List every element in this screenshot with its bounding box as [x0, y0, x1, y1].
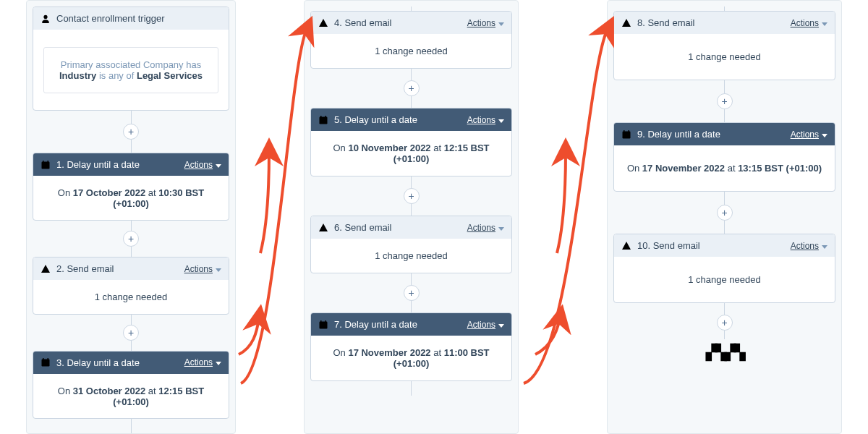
connector: + [123, 111, 139, 153]
step-4-header: 4. Send email Actions [311, 12, 511, 34]
step-9-card[interactable]: 9. Delay until a date Actions On 17 Nove… [613, 122, 835, 192]
chevron-down-icon [216, 268, 221, 272]
enrollment-criteria: Primary associated Company has Industry … [43, 47, 218, 93]
chevron-down-icon [216, 164, 221, 168]
finish-flag-icon: ▞▚▞▚ [706, 344, 744, 361]
step-1-actions[interactable]: Actions [184, 160, 221, 170]
step-6-header: 6. Send email Actions [311, 216, 511, 239]
step-4-card[interactable]: 4. Send email Actions 1 change needed [310, 11, 512, 69]
step-6-card[interactable]: 6. Send email Actions 1 change needed [310, 216, 512, 273]
connector: + [123, 221, 139, 257]
step-3-actions[interactable]: Actions [184, 357, 221, 367]
chevron-down-icon [822, 22, 827, 26]
chevron-down-icon [498, 22, 504, 26]
enrollment-trigger-body: Primary associated Company has Industry … [33, 30, 229, 111]
step-7-card[interactable]: 7. Delay until a date Actions On 17 Nove… [310, 312, 512, 381]
calendar-icon [41, 357, 51, 367]
step-7-actions[interactable]: Actions [467, 320, 504, 330]
step-2-card[interactable]: 2. Send email Actions 1 change needed [33, 257, 229, 314]
step-3-body: On 31 October 2022 at 12:15 BST (+01:00) [33, 374, 229, 419]
step-2-title: 2. Send email [56, 263, 179, 274]
step-2-body: 1 change needed [33, 280, 229, 314]
chevron-down-icon [822, 134, 827, 137]
warning-icon [621, 18, 631, 28]
step-5-body: On 10 November 2022 at 12:15 BST (+01:00… [311, 131, 511, 176]
add-step-button[interactable]: + [717, 93, 733, 109]
step-9-body: On 17 November 2022 at 13:15 BST (+01:00… [614, 145, 835, 191]
step-1-header: 1. Delay until a date Actions [33, 153, 229, 176]
step-8-body: 1 change needed [614, 34, 835, 80]
warning-icon [318, 223, 328, 233]
user-icon [41, 14, 51, 24]
add-step-button[interactable]: + [717, 205, 733, 221]
connector: + [717, 80, 733, 122]
step-9-header: 9. Delay until a date Actions [614, 123, 835, 145]
warning-icon [318, 18, 328, 28]
add-step-button[interactable]: + [717, 315, 733, 331]
step-2-actions[interactable]: Actions [184, 264, 221, 274]
criteria-line1: Primary associated Company has [51, 59, 210, 70]
add-step-button[interactable]: + [123, 325, 139, 341]
step-3-title: 3. Delay until a date [56, 357, 179, 368]
chevron-down-icon [822, 245, 827, 249]
connector: + [404, 176, 420, 216]
connector: + [123, 315, 139, 351]
step-3-card[interactable]: 3. Delay until a date Actions On 31 Octo… [33, 351, 229, 419]
add-step-button[interactable]: + [123, 124, 139, 140]
step-6-actions[interactable]: Actions [467, 223, 504, 233]
chevron-down-icon [498, 324, 504, 328]
step-10-card[interactable]: 10. Send email Actions 1 change needed [613, 234, 835, 303]
step-7-header: 7. Delay until a date Actions [311, 313, 511, 336]
step-3-header: 3. Delay until a date Actions [33, 352, 229, 374]
step-5-card[interactable]: 5. Delay until a date Actions On 10 Nove… [310, 108, 512, 176]
step-10-title: 10. Send email [637, 240, 785, 251]
add-step-button[interactable]: + [404, 80, 420, 96]
enrollment-trigger-title: Contact enrollment trigger [56, 13, 221, 24]
step-6-title: 6. Send email [334, 222, 461, 233]
step-8-header: 8. Send email Actions [614, 12, 835, 34]
enrollment-trigger-header: Contact enrollment trigger [33, 7, 229, 30]
step-5-actions[interactable]: Actions [467, 115, 504, 125]
calendar-icon [318, 320, 328, 330]
step-8-actions[interactable]: Actions [791, 18, 827, 28]
step-1-body: On 17 October 2022 at 10:30 BST (+01:00) [33, 176, 229, 221]
calendar-icon [318, 115, 328, 125]
step-10-header: 10. Send email Actions [614, 234, 835, 257]
step-9-title: 9. Delay until a date [637, 129, 785, 140]
step-10-body: 1 change needed [614, 257, 835, 302]
step-8-card[interactable]: 8. Send email Actions 1 change needed [613, 11, 835, 80]
step-7-title: 7. Delay until a date [334, 319, 461, 330]
workflow-column-3: 8. Send email Actions 1 change needed + … [607, 0, 842, 434]
step-4-actions[interactable]: Actions [467, 18, 504, 28]
step-2-header: 2. Send email Actions [33, 258, 229, 280]
chevron-down-icon [216, 362, 221, 365]
calendar-icon [41, 160, 51, 170]
step-5-title: 5. Delay until a date [334, 114, 461, 125]
add-step-button[interactable]: + [123, 231, 139, 247]
workflow-column-2: 4. Send email Actions 1 change needed + … [304, 0, 519, 434]
add-step-button[interactable]: + [404, 188, 420, 204]
warning-icon [621, 241, 631, 251]
step-7-body: On 17 November 2022 at 11:00 BST (+01:00… [311, 336, 511, 380]
step-1-card[interactable]: 1. Delay until a date Actions On 17 Octo… [33, 153, 229, 221]
step-6-body: 1 change needed [311, 239, 511, 273]
step-4-body: 1 change needed [311, 34, 511, 68]
step-8-title: 8. Send email [637, 17, 785, 28]
step-5-header: 5. Delay until a date Actions [311, 109, 511, 131]
connector: + [404, 273, 420, 312]
calendar-icon [621, 129, 631, 140]
step-4-title: 4. Send email [334, 17, 461, 28]
criteria-line2: Industry is any of Legal Services [51, 70, 210, 81]
chevron-down-icon [498, 227, 504, 231]
connector: + [717, 303, 733, 339]
enrollment-trigger-card[interactable]: Contact enrollment trigger Primary assoc… [33, 7, 229, 111]
step-10-actions[interactable]: Actions [791, 241, 827, 251]
add-step-button[interactable]: + [404, 285, 420, 301]
connector: + [717, 192, 733, 234]
workflow-column-1: Contact enrollment trigger Primary assoc… [26, 0, 236, 434]
chevron-down-icon [498, 119, 504, 123]
connector: + [404, 69, 420, 108]
warning-icon [41, 264, 51, 274]
step-1-title: 1. Delay until a date [56, 159, 179, 170]
step-9-actions[interactable]: Actions [791, 129, 827, 140]
